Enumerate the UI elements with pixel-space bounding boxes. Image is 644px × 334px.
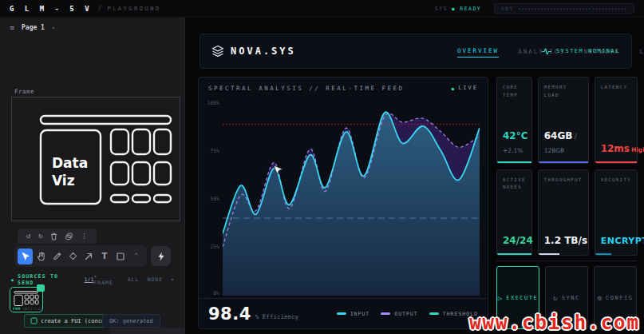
rectangle-icon bbox=[117, 252, 124, 260]
layers-icon bbox=[211, 45, 224, 58]
legend-input: INPUT bbox=[337, 311, 370, 317]
tab-logs[interactable]: LOGS bbox=[639, 46, 644, 58]
wireframe-cell bbox=[111, 129, 128, 154]
tools-toolbar: T ^ bbox=[14, 245, 147, 267]
section-label: PLAYGROUND bbox=[107, 6, 160, 12]
generated-chip[interactable]: OK: generated bbox=[102, 314, 160, 328]
stats-grid: CORE TEMP 42°C +2.1% MEMORY LOAD 64GB / … bbox=[496, 77, 637, 256]
api-key-field[interactable]: KEY •••••••••••••••••••••••••••••••••• bbox=[494, 3, 634, 14]
chevron-down-icon[interactable]: ▾ bbox=[171, 276, 175, 283]
chart-title: SPECTRAL ANALYSIS // REAL-TIME FEED bbox=[208, 85, 405, 92]
y-tick-100: 100% bbox=[202, 100, 219, 106]
trash-icon[interactable] bbox=[50, 233, 57, 241]
gear-icon: ⚙ bbox=[598, 294, 602, 302]
y-tick-75: 75% bbox=[202, 148, 219, 154]
chevron-down-icon: ▾ bbox=[52, 25, 55, 30]
collapse-toolbar[interactable]: ^ bbox=[128, 249, 144, 264]
stat-card-memory: MEMORY LOAD 64GB / 128GB bbox=[538, 77, 589, 164]
undo-icon[interactable]: ↺ bbox=[26, 233, 30, 240]
spectral-chart bbox=[223, 103, 480, 295]
lightning-icon bbox=[157, 252, 165, 261]
select-tool[interactable] bbox=[18, 249, 33, 264]
page-selector-label: Page 1 bbox=[22, 24, 45, 31]
wireframe-pill bbox=[132, 195, 150, 202]
efficiency-suffix: % Efficiency bbox=[255, 313, 298, 320]
select-none-button[interactable]: NONE bbox=[147, 276, 163, 283]
key-label: KEY bbox=[501, 6, 513, 11]
dashboard-title: NOVA.SYS bbox=[231, 46, 296, 57]
chart-footer: 98.4 % Efficiency INPUT OUTPUT THRESHOLD bbox=[199, 298, 488, 328]
live-dot-icon: ● bbox=[452, 85, 455, 91]
frame-thumbnail[interactable]: FRM UNTITLED bbox=[10, 287, 43, 312]
frame-title: Frame bbox=[14, 88, 34, 95]
stat-card-active-nodes: ACTIVE NODES 24/24 bbox=[496, 169, 532, 256]
watermark: www.cbish.com bbox=[469, 312, 640, 334]
latency-badge: High bbox=[631, 146, 644, 153]
add-frame-button[interactable]: + FRAME bbox=[93, 273, 119, 286]
mouse-cursor-icon bbox=[273, 165, 282, 175]
thumbnail-caption: FRM UNTITLED bbox=[13, 307, 43, 311]
actions-divider bbox=[496, 260, 637, 261]
y-tick-25: 25% bbox=[202, 244, 219, 250]
cursor-icon bbox=[21, 252, 30, 261]
sources-label: SOURCES TO SEND bbox=[18, 273, 77, 286]
security-value: ENCRYPTED bbox=[601, 236, 631, 246]
core-temp-value: 42°C bbox=[503, 130, 526, 141]
memory-total: 128GB bbox=[544, 147, 583, 154]
thumbnail-tag: FRM bbox=[13, 307, 21, 311]
security-bar bbox=[595, 253, 611, 255]
key-masked-value: •••••••••••••••••••••••••••••••••• bbox=[519, 6, 627, 11]
core-temp-bar bbox=[497, 161, 531, 163]
menu-icon[interactable]: ≡ bbox=[10, 23, 14, 32]
shape-tool[interactable] bbox=[113, 249, 128, 264]
page-selector[interactable]: ≡ Page 1 ▾ bbox=[0, 18, 184, 38]
text-tool[interactable]: T bbox=[97, 249, 112, 264]
wireframe-sketch: Data Viz bbox=[12, 97, 180, 221]
redo-icon[interactable]: ↻ bbox=[38, 233, 42, 240]
stat-card-security: SECURITY ENCRYPTED bbox=[595, 169, 638, 256]
system-status: SYS ● READY bbox=[435, 6, 481, 12]
sources-actions: + FRAME ALL NONE ▾ bbox=[93, 273, 175, 286]
cutoff-panel bbox=[110, 328, 184, 334]
generated-chip-label: OK: generated bbox=[109, 318, 153, 324]
text-tool-icon: T bbox=[101, 252, 107, 260]
hand-icon bbox=[37, 252, 45, 261]
output-swatch bbox=[381, 312, 390, 315]
status-dot-icon: ● bbox=[452, 6, 456, 11]
active-nodes-bar bbox=[497, 253, 531, 255]
throughput-bar bbox=[539, 253, 559, 255]
history-toolbar: ↺ ↻ ⋮ bbox=[18, 229, 97, 244]
wireframe-cell bbox=[111, 162, 128, 185]
chart-plot-area[interactable] bbox=[223, 103, 480, 295]
tab-overview[interactable]: OVERVIEW bbox=[457, 45, 499, 58]
pencil-icon bbox=[53, 252, 61, 260]
eraser-tool[interactable] bbox=[65, 249, 81, 264]
thumbnail-wireframe bbox=[13, 289, 40, 308]
design-canvas[interactable]: Data Viz bbox=[11, 97, 180, 221]
sys-label: SYS bbox=[435, 6, 448, 12]
more-icon[interactable]: ⋮ bbox=[81, 233, 88, 240]
wireframe-topbar bbox=[41, 116, 171, 124]
brand-divider: / bbox=[98, 5, 102, 12]
wireframe-text-line1: Data bbox=[52, 155, 88, 171]
spectral-chart-panel: SPECTRAL ANALYSIS // REAL-TIME FEED ● LI… bbox=[198, 77, 488, 329]
topbar-right: SYS ● READY KEY ••••••••••••••••••••••••… bbox=[435, 3, 634, 14]
arrow-tool[interactable] bbox=[81, 249, 97, 264]
active-nodes-value: 24/24 bbox=[503, 235, 526, 246]
hand-tool[interactable] bbox=[34, 249, 49, 264]
status-value: READY bbox=[460, 6, 481, 12]
green-dot-icon: ● bbox=[11, 277, 14, 282]
system-nominal-label: SYSTEM NOMINAL bbox=[556, 48, 620, 54]
live-badge: ● LIVE bbox=[452, 85, 478, 91]
app-brand: G L M - 5 V bbox=[10, 5, 93, 13]
duplicate-icon[interactable] bbox=[65, 233, 73, 241]
threshold-swatch bbox=[429, 312, 439, 315]
latency-bar bbox=[595, 161, 637, 163]
select-all-button[interactable]: ALL bbox=[128, 276, 140, 283]
eraser-icon bbox=[69, 252, 77, 260]
y-tick-0: 0% bbox=[202, 290, 219, 296]
pencil-tool[interactable] bbox=[49, 249, 65, 264]
ai-generate-button[interactable] bbox=[151, 246, 171, 266]
wireframe-text-line2: Viz bbox=[52, 173, 75, 189]
stat-card-core-temp: CORE TEMP 42°C +2.1% bbox=[496, 77, 532, 164]
